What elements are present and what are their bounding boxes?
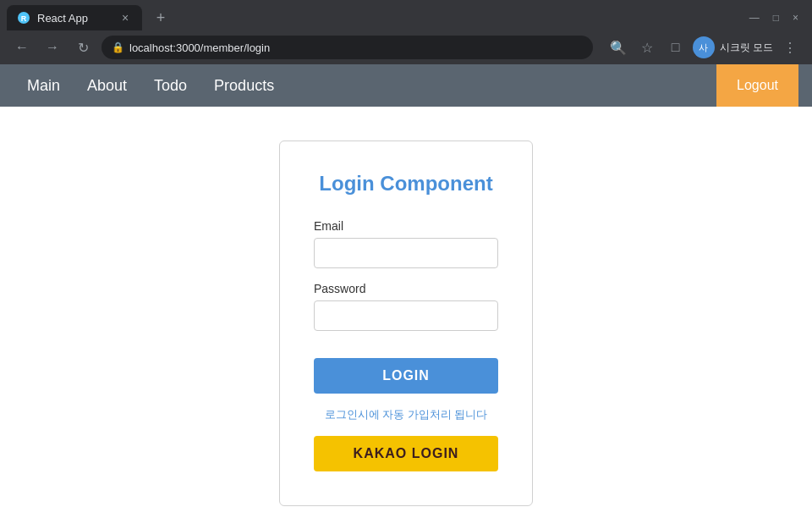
lock-icon: 🔒 — [112, 41, 124, 53]
kakao-login-button[interactable]: KAKAO LOGIN — [314, 436, 498, 471]
browser-chrome: R React App × + — □ × ← → ↻ 🔒 localhost:… — [0, 0, 812, 64]
more-options-icon[interactable]: ⋮ — [778, 36, 802, 59]
browser-title-bar: R React App × + — □ × — [0, 0, 812, 30]
app-container: Main About Todo Products Logout Login Co… — [0, 64, 812, 518]
back-button[interactable]: ← — [10, 36, 34, 59]
extensions-icon[interactable]: □ — [664, 36, 688, 59]
password-label: Password — [314, 282, 498, 295]
tab-favicon-icon: R — [17, 11, 30, 25]
svg-text:R: R — [21, 14, 27, 23]
tab-title: React App — [37, 12, 112, 25]
login-title: Login Component — [319, 172, 492, 196]
refresh-button[interactable]: ↻ — [71, 36, 95, 59]
search-icon[interactable]: 🔍 — [606, 36, 630, 59]
bookmark-icon[interactable]: ☆ — [635, 36, 659, 59]
nav-item-products[interactable]: Products — [200, 64, 288, 107]
email-form-group: Email — [314, 219, 498, 268]
nav-item-about[interactable]: About — [74, 64, 140, 107]
address-text: localhost:3000/member/login — [129, 41, 270, 54]
tab-close-button[interactable]: × — [118, 11, 132, 25]
minimize-button[interactable]: — — [749, 12, 760, 24]
address-bar[interactable]: 🔒 localhost:3000/member/login — [102, 36, 593, 59]
browser-address-bar: ← → ↻ 🔒 localhost:3000/member/login 🔍 ☆ … — [0, 30, 812, 64]
profile-button[interactable]: 사 — [693, 36, 715, 58]
browser-tab[interactable]: R React App × — [7, 5, 142, 30]
main-content: Login Component Email Password LOGIN 로그인… — [0, 107, 812, 518]
password-input[interactable] — [314, 300, 498, 331]
email-label: Email — [314, 219, 498, 233]
browser-actions: 🔍 ☆ □ 사 시크릿 모드 ⋮ — [606, 36, 802, 59]
logout-button[interactable]: Logout — [716, 64, 798, 107]
auto-register-text: 로그인시에 자동 가입처리 됩니다 — [325, 407, 488, 422]
nav-bar: Main About Todo Products Logout — [0, 64, 812, 107]
profile-initials: 사 — [699, 41, 708, 54]
new-tab-button[interactable]: + — [149, 6, 173, 30]
profile-label: 시크릿 모드 — [720, 41, 773, 55]
password-form-group: Password — [314, 282, 498, 331]
nav-item-todo[interactable]: Todo — [140, 64, 200, 107]
forward-button[interactable]: → — [41, 36, 64, 59]
email-input[interactable] — [314, 238, 498, 268]
window-controls: — □ × — [749, 12, 805, 24]
login-card: Login Component Email Password LOGIN 로그인… — [279, 141, 533, 506]
login-button[interactable]: LOGIN — [314, 358, 498, 394]
nav-item-main[interactable]: Main — [14, 64, 74, 107]
maximize-button[interactable]: □ — [773, 12, 779, 24]
close-window-button[interactable]: × — [793, 12, 798, 24]
